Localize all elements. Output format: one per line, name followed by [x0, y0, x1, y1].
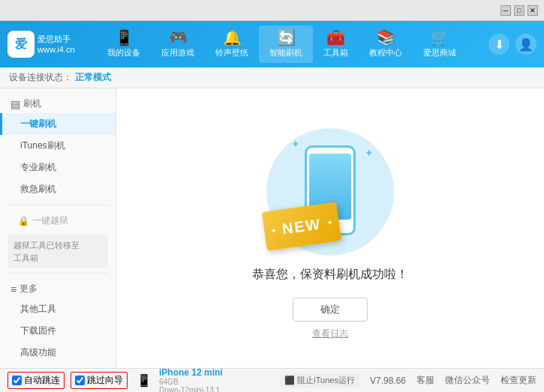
sparkle-2: ✦ [365, 147, 374, 159]
sidebar-item-one-key-flash[interactable]: 一键刷机 [0, 113, 116, 135]
new-badge-wrap: ✦ NEW ✦ [264, 207, 339, 246]
new-badge-text: NEW [281, 214, 322, 237]
statusbar-label: 设备连接状态： [9, 71, 72, 84]
skip-wizard-checkbox[interactable]: 跳过向导 [71, 372, 128, 389]
main-layout: ▤ 刷机 一键刷机 iTunes刷机 专业刷机 救急刷机 🔒 一键越狱 越狱工具… [0, 88, 544, 368]
device-name: iPhone 12 mini [159, 367, 223, 378]
new-badge-ribbon: ✦ NEW ✦ [262, 202, 341, 250]
bottombar-left: 自动跳连 跳过向导 📱 iPhone 12 mini 64GB Down-12m… [8, 367, 223, 393]
close-button[interactable]: ✕ [527, 5, 538, 16]
statusbar-value: 正常模式 [75, 71, 111, 84]
sidebar-item-jailbreak-disabled: 🔒 一键越狱 [0, 210, 116, 232]
wechat-link[interactable]: 微信公众号 [445, 374, 490, 387]
logo-text: 爱思助手 www.i4.cn [38, 34, 75, 55]
maximize-button[interactable]: □ [514, 5, 524, 16]
confirm-button[interactable]: 确定 [293, 298, 368, 322]
titlebar: ─ □ ✕ [0, 0, 544, 21]
main-content: ✦ ✦ ✦ ✦ NEW ✦ 恭喜您，保资料刷机成功啦！ 确定 查看日志 [116, 88, 544, 368]
version-label: V7.98.66 [370, 376, 406, 386]
nav-ringtones[interactable]: 🔔 铃声壁纸 [205, 25, 259, 63]
statusbar: 设备连接状态： 正常模式 [0, 67, 544, 88]
header: 爱 爱思助手 www.i4.cn 📱 我的设备 🎮 应用游戏 🔔 铃声壁纸 🔄 … [0, 21, 544, 67]
sidebar: ▤ 刷机 一键刷机 iTunes刷机 专业刷机 救急刷机 🔒 一键越狱 越狱工具… [0, 88, 116, 368]
auto-connect-checkbox[interactable]: 自动跳连 [8, 372, 65, 389]
nav-my-device[interactable]: 📱 我的设备 [97, 25, 151, 63]
minimize-button[interactable]: ─ [500, 5, 511, 16]
ribbon-star-left: ✦ [270, 226, 277, 235]
logo-area: 爱 爱思助手 www.i4.cn [8, 31, 75, 58]
view-log-link[interactable]: 查看日志 [312, 328, 348, 340]
jailbreak-notice: 越狱工具已转移至 工具箱 [8, 235, 108, 268]
customer-service-link[interactable]: 客服 [416, 374, 434, 387]
nav-mall[interactable]: 🛒 爱思商城 [413, 25, 467, 63]
auto-connect-label: 自动跳连 [24, 374, 60, 387]
section-flash-title: ▤ 刷机 [0, 93, 116, 113]
sidebar-divider-2 [8, 273, 108, 274]
sidebar-divider-1 [8, 205, 108, 205]
flash-section-icon: ▤ [11, 98, 20, 110]
user-button[interactable]: 👤 [515, 34, 536, 55]
tutorial-icon: 📚 [377, 30, 395, 45]
itunes-status: ⬛ 阻止iTunes运行 [280, 373, 359, 388]
device-info: iPhone 12 mini 64GB Down-12mini-13,1 [159, 367, 223, 393]
check-update-link[interactable]: 检查更新 [500, 374, 536, 387]
mall-icon: 🛒 [431, 30, 449, 45]
smart-flash-icon: 🔄 [277, 30, 296, 45]
lock-icon: 🔒 [18, 216, 29, 226]
app-games-icon: 🎮 [169, 30, 188, 45]
nav-toolbox[interactable]: 🧰 工具箱 [313, 25, 359, 63]
download-button[interactable]: ⬇ [488, 34, 509, 55]
section-more-title: ≡ 更多 [0, 278, 116, 298]
bottombar: 自动跳连 跳过向导 📱 iPhone 12 mini 64GB Down-12m… [0, 368, 544, 392]
device-storage: 64GB [159, 378, 223, 386]
sidebar-item-download-fw[interactable]: 下载固件 [0, 320, 116, 342]
nav-smart-flash[interactable]: 🔄 智能刷机 [259, 25, 313, 63]
more-section-icon: ≡ [11, 283, 17, 295]
sidebar-item-advanced[interactable]: 高级功能 [0, 342, 116, 364]
my-device-icon: 📱 [115, 30, 134, 45]
device-info-wrap: 📱 iPhone 12 mini 64GB Down-12mini-13,1 [137, 367, 223, 393]
device-phone-icon: 📱 [137, 373, 152, 388]
nav-app-games[interactable]: 🎮 应用游戏 [151, 25, 205, 63]
titlebar-buttons: ─ □ ✕ [500, 5, 538, 16]
sidebar-item-save-flash[interactable]: 救急刷机 [0, 178, 116, 200]
toolbox-icon: 🧰 [326, 30, 345, 45]
itunes-status-dot: ⬛ [284, 376, 295, 385]
auto-connect-input[interactable] [12, 376, 22, 385]
success-illustration: ✦ ✦ ✦ ✦ NEW ✦ [255, 117, 405, 267]
header-right: ⬇ 👤 [488, 34, 536, 55]
skip-wizard-label: 跳过向导 [87, 374, 123, 387]
sidebar-item-itunes-flash[interactable]: iTunes刷机 [0, 135, 116, 157]
sidebar-item-other-tools[interactable]: 其他工具 [0, 298, 116, 320]
bottombar-right: ⬛ 阻止iTunes运行 V7.98.66 客服 微信公众号 检查更新 [280, 373, 536, 388]
ringtones-icon: 🔔 [223, 30, 242, 45]
ribbon-star-right: ✦ [326, 217, 333, 226]
nav-tutorial[interactable]: 📚 教程中心 [359, 25, 413, 63]
sparkle-1: ✦ [291, 138, 300, 150]
sidebar-item-pro-flash[interactable]: 专业刷机 [0, 157, 116, 178]
itunes-status-label: 阻止iTunes运行 [297, 375, 355, 386]
device-model: Down-12mini-13,1 [159, 386, 223, 393]
skip-wizard-input[interactable] [75, 376, 85, 385]
nav-bar: 📱 我的设备 🎮 应用游戏 🔔 铃声壁纸 🔄 智能刷机 🧰 工具箱 📚 教程中心… [75, 25, 488, 63]
logo-icon: 爱 [8, 31, 35, 58]
success-title: 恭喜您，保资料刷机成功啦！ [252, 267, 408, 283]
